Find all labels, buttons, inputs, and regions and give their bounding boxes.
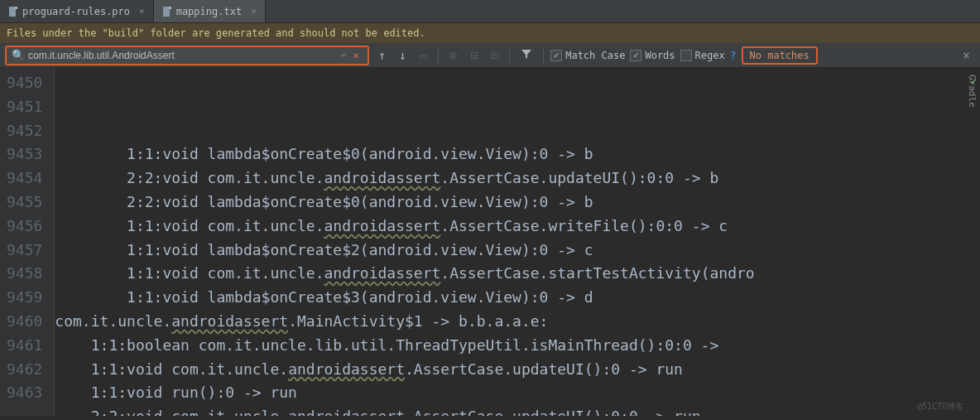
separator: [438, 48, 439, 63]
svg-rect-1: [15, 7, 17, 9]
svg-rect-3: [169, 7, 171, 9]
checkbox-icon: [630, 50, 641, 61]
line-number: 9451: [7, 95, 42, 119]
line-number: 9452: [7, 119, 42, 143]
search-icon: 🔍: [12, 49, 25, 61]
line-number: 9461: [7, 334, 42, 358]
code-line[interactable]: 2:2:void com.it.uncle.androidassert.Asse…: [55, 405, 980, 416]
words-checkbox[interactable]: Words: [630, 50, 675, 61]
code-line[interactable]: 1:1:void run():0 -> run: [55, 381, 980, 405]
generated-file-warning: Files under the "build" folder are gener…: [0, 23, 980, 43]
tab-mapping[interactable]: mapping.txt ×: [154, 0, 266, 22]
watermark: @51CTO博客: [917, 401, 963, 413]
remove-selection-icon[interactable]: ⊟: [466, 46, 482, 65]
line-number: 9462: [7, 358, 42, 382]
separator: [509, 48, 510, 63]
code-area[interactable]: ✔ 1:1:void lambda$onCreate$0(android.vie…: [55, 68, 980, 416]
close-icon[interactable]: ×: [139, 6, 145, 17]
find-bar: 🔍 ⏎ ✕ ↑ ↓ ▭ ⊕ ⊟ ⊡ Match Case Words Regex…: [0, 43, 980, 68]
words-label: Words: [645, 50, 675, 61]
code-line[interactable]: 2:2:void com.it.uncle.androidassert.Asse…: [55, 167, 980, 191]
gradle-tool-button[interactable]: Gradle: [967, 75, 978, 108]
file-icon: [8, 7, 18, 17]
help-icon[interactable]: ?: [730, 49, 737, 61]
code-line[interactable]: 1:1:void lambda$onCreate$2(android.view.…: [55, 239, 980, 263]
search-input[interactable]: [28, 50, 341, 61]
add-selection-icon[interactable]: ⊕: [445, 46, 461, 65]
line-number: 9453: [7, 142, 42, 167]
line-number: 9457: [7, 239, 42, 263]
line-number: 9450: [7, 71, 42, 95]
select-all-icon[interactable]: ▭: [416, 46, 431, 65]
gutter: 9450945194529453945494559456945794589459…: [0, 68, 55, 416]
regex-label: Regex: [695, 50, 725, 61]
match-case-checkbox[interactable]: Match Case: [550, 50, 625, 61]
checkbox-icon: [680, 50, 692, 61]
right-sidebar: Gradle: [963, 68, 980, 416]
line-number: 9463: [7, 381, 42, 405]
tab-bar: proguard-rules.pro × mapping.txt ×: [0, 0, 980, 23]
checkbox-icon: [550, 50, 562, 61]
close-search-icon[interactable]: ×: [958, 48, 975, 63]
tab-proguard[interactable]: proguard-rules.pro ×: [0, 0, 154, 22]
code-line[interactable]: 1:1:void lambda$onCreate$3(android.view.…: [55, 286, 980, 310]
line-number: 9456: [7, 215, 42, 239]
search-input-wrap: 🔍 ⏎ ✕: [5, 46, 369, 65]
svg-rect-2: [163, 7, 170, 17]
search-result: No matches: [742, 46, 818, 65]
code-line[interactable]: 1:1:void lambda$onCreate$0(android.view.…: [55, 142, 980, 167]
line-number: 9460: [7, 310, 42, 334]
regex-checkbox[interactable]: Regex: [680, 50, 725, 61]
line-number: 9455: [7, 191, 42, 215]
line-number: 9458: [7, 262, 42, 286]
match-case-label: Match Case: [565, 50, 625, 61]
code-line[interactable]: 1:1:void com.it.uncle.androidassert.Asse…: [55, 358, 980, 382]
file-icon: [162, 7, 172, 17]
select-all-occurrences-icon[interactable]: ⊡: [487, 46, 502, 65]
svg-rect-0: [9, 7, 16, 17]
clear-icon[interactable]: ✕: [349, 49, 363, 61]
line-number: 9459: [7, 286, 42, 310]
next-match-icon[interactable]: ↓: [395, 46, 411, 65]
close-icon[interactable]: ×: [251, 6, 257, 17]
enter-icon: ⏎: [341, 50, 347, 60]
editor: 9450945194529453945494559456945794589459…: [0, 68, 980, 416]
tab-label: mapping.txt: [176, 6, 242, 17]
code-line[interactable]: com.it.uncle.androidassert.MainActivity$…: [55, 310, 980, 334]
prev-match-icon[interactable]: ↑: [374, 46, 390, 65]
filter-icon[interactable]: [516, 46, 536, 65]
tab-label: proguard-rules.pro: [22, 6, 130, 17]
separator: [543, 48, 544, 63]
code-line[interactable]: 1:1:void com.it.uncle.androidassert.Asse…: [55, 215, 980, 239]
line-number: 9454: [7, 167, 42, 191]
code-line[interactable]: 1:1:boolean com.it.uncle.lib.util.Thread…: [55, 334, 980, 358]
code-line[interactable]: 2:2:void lambda$onCreate$0(android.view.…: [55, 191, 980, 215]
code-line[interactable]: 1:1:void com.it.uncle.androidassert.Asse…: [55, 262, 980, 286]
